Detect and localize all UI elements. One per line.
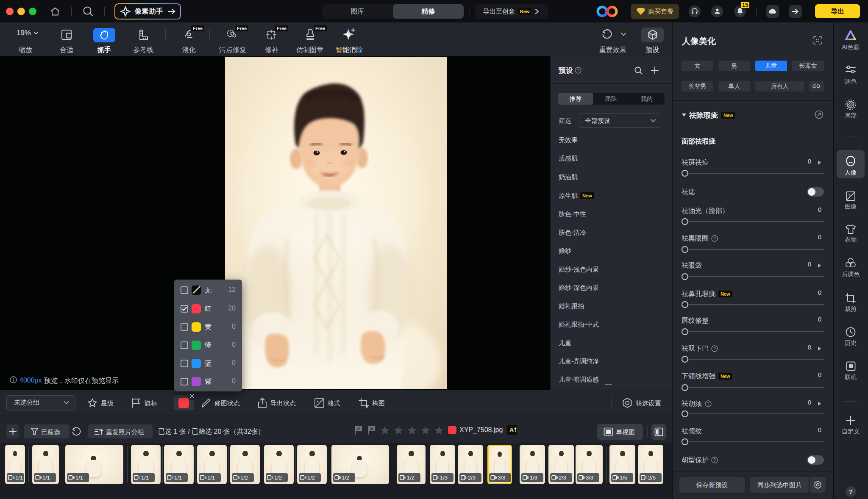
svg-text:?: ?	[713, 236, 716, 241]
svg-text:A: A	[509, 426, 514, 433]
svg-text:?: ?	[713, 457, 716, 463]
svg-text:?: ?	[577, 68, 579, 73]
svg-text:?: ?	[713, 346, 716, 351]
svg-text:?: ?	[707, 401, 709, 406]
